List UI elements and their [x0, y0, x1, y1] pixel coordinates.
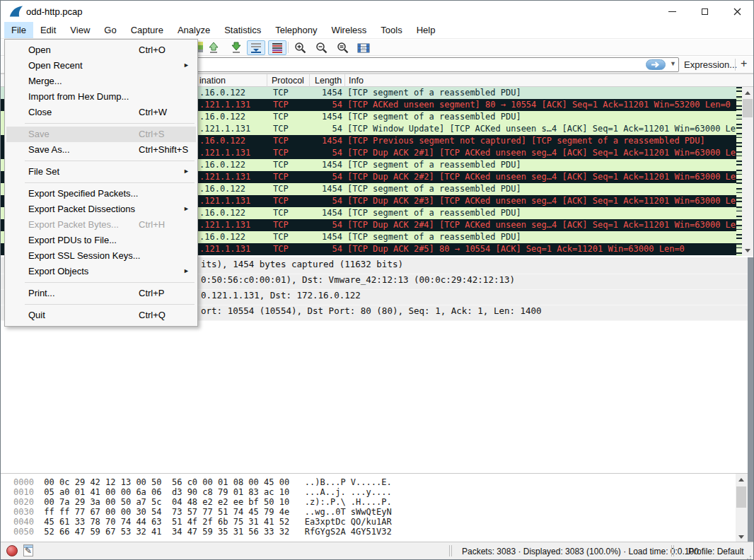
packet-cell: [TCP segment of a reassembled PDU] — [347, 112, 521, 122]
zoom-reset-icon[interactable] — [333, 40, 352, 55]
packet-cell: 54 — [310, 244, 342, 254]
packet-cell: [TCP Dup ACK 2#3] [TCP ACKed unseen seg…… — [347, 196, 751, 206]
column-header-info[interactable]: Info — [349, 76, 364, 86]
hex-bytes: 05 a0 01 41 00 00 6a 06 d3 90 c8 79 01 8… — [34, 487, 305, 497]
hex-row[interactable]: 0010 05 a0 01 41 00 00 6a 06 d3 90 c8 79… — [1, 487, 748, 497]
menu-item-file-set[interactable]: File Set► — [6, 164, 196, 180]
hex-scroll-thumb[interactable] — [736, 486, 746, 508]
menu-separator — [25, 282, 195, 283]
menu-item-save: SaveCtrl+S — [6, 127, 196, 142]
hex-row[interactable]: 0030 ff ff 77 67 00 00 30 54 73 57 77 51… — [1, 507, 748, 517]
intelligent-scrollbar-minimap[interactable] — [736, 87, 742, 256]
menu-go[interactable]: Go — [97, 22, 123, 38]
hex-bytes: 52 66 47 59 67 53 32 41 34 47 59 35 31 5… — [34, 527, 305, 537]
packet-cell: [TCP Dup ACK 2#5] 80 → 10554 [ACK] Seq=1… — [347, 244, 685, 254]
menu-item-open[interactable]: OpenCtrl+O — [6, 42, 196, 58]
capture-comment-icon[interactable]: ✎ — [23, 544, 33, 556]
hex-bytes: ff ff 77 67 00 00 30 54 73 57 77 51 74 4… — [34, 507, 305, 517]
hex-bytes: 00 7a 29 3a 00 50 a7 5c 04 48 e2 e2 ee b… — [34, 497, 305, 507]
menu-wireless[interactable]: Wireless — [324, 22, 373, 38]
hex-ascii: ...A..j. ...y.... — [305, 487, 392, 497]
maximize-button[interactable] — [688, 1, 721, 22]
packet-list-scrollbar[interactable] — [742, 87, 753, 256]
hex-row[interactable]: 0000 00 0c 29 42 12 13 00 50 56 c0 00 01… — [1, 477, 748, 487]
column-header-ination[interactable]: ination — [199, 76, 226, 86]
auto-scroll-icon[interactable] — [247, 40, 265, 55]
menu-item-export-ssl-session-keys[interactable]: Export SSL Session Keys... — [6, 248, 196, 264]
expert-info-icon[interactable] — [6, 545, 18, 556]
apply-arrow-icon — [651, 62, 661, 68]
packet-cell: TCP — [273, 148, 289, 158]
menu-capture[interactable]: Capture — [124, 22, 170, 38]
menu-item-export-packet-bytes: Export Packet Bytes...Ctrl+H — [6, 217, 196, 233]
menu-view[interactable]: View — [63, 22, 97, 38]
menu-statistics[interactable]: Statistics — [217, 22, 268, 38]
zoom-in-icon[interactable] — [291, 40, 309, 55]
resize-columns-icon[interactable] — [354, 40, 373, 55]
expression-button[interactable]: Expression... — [684, 59, 737, 70]
menu-item-label: Open Recent — [28, 60, 83, 71]
window-title: odd-http.pcap — [26, 6, 83, 17]
hex-scroll-down-icon[interactable] — [736, 531, 747, 542]
packet-cell: [TCP segment of a reassembled PDU] — [347, 160, 521, 170]
packet-cell: .16.0.122 — [199, 232, 245, 242]
menu-item-print[interactable]: Print...Ctrl+P — [6, 286, 196, 301]
minimize-icon — [668, 11, 676, 12]
zoom-out-icon[interactable] — [312, 40, 330, 55]
menu-item-label: File Set — [28, 166, 59, 177]
status-separator — [671, 545, 672, 556]
menu-item-export-packet-dissections[interactable]: Export Packet Dissections► — [6, 202, 196, 217]
menu-telephony[interactable]: Telephony — [268, 22, 324, 38]
scroll-up-icon[interactable] — [742, 87, 753, 98]
menu-item-quit[interactable]: QuitCtrl+Q — [6, 308, 196, 323]
menu-item-open-recent[interactable]: Open Recent► — [6, 58, 196, 74]
close-button[interactable] — [721, 1, 753, 22]
menu-tools[interactable]: Tools — [373, 22, 409, 38]
column-header-protocol[interactable]: Protocol — [272, 76, 304, 86]
menu-item-export-objects[interactable]: Export Objects► — [6, 264, 196, 279]
minimize-button[interactable] — [656, 1, 688, 22]
column-header-length[interactable]: Length — [315, 76, 342, 86]
hex-bytes: 00 0c 29 42 12 13 00 50 56 c0 00 01 08 0… — [34, 477, 305, 487]
go-last-packet-icon[interactable] — [227, 40, 245, 55]
wireshark-logo-icon — [9, 5, 23, 18]
filter-dropdown-caret-icon[interactable]: ▼ — [670, 60, 676, 67]
hex-row[interactable]: 0040 45 61 33 78 70 74 44 63 51 4f 2f 6b… — [1, 517, 748, 527]
menu-item-import-from-hex-dump[interactable]: Import from Hex Dump... — [6, 89, 196, 105]
scroll-down-icon[interactable] — [742, 245, 753, 256]
menu-help[interactable]: Help — [410, 22, 443, 38]
menu-file[interactable]: File — [4, 22, 33, 38]
hex-offset: 0020 — [13, 497, 34, 507]
packet-cell: 54 — [310, 124, 342, 134]
packet-cell: .16.0.122 — [199, 88, 245, 98]
packet-list-scroll-thumb[interactable] — [743, 99, 753, 117]
hex-scroll-up-icon[interactable] — [736, 474, 747, 485]
resize-grip[interactable] — [750, 556, 751, 557]
apply-filter-button[interactable] — [646, 59, 666, 70]
menu-item-close[interactable]: CloseCtrl+W — [6, 105, 196, 120]
hex-pane-scrollbar[interactable] — [736, 474, 748, 542]
menu-item-export-specified-packets[interactable]: Export Specified Packets... — [6, 186, 196, 202]
menu-item-label: Merge... — [28, 76, 62, 86]
menu-analyze[interactable]: Analyze — [170, 22, 217, 38]
hex-ascii: ..)B...P V.....E. — [305, 477, 392, 487]
packet-cell: .16.0.122 — [199, 184, 245, 194]
packet-cell: TCP — [273, 244, 289, 254]
hex-row[interactable]: 0050 52 66 47 59 67 53 32 41 34 47 59 35… — [1, 527, 748, 537]
profile-label[interactable]: Profile: Default — [688, 547, 744, 556]
colorize-icon[interactable] — [268, 40, 286, 55]
menu-edit[interactable]: Edit — [33, 22, 63, 38]
menu-item-label: Quit — [28, 310, 45, 320]
menu-item-save-as[interactable]: Save As...Ctrl+Shift+S — [6, 142, 196, 158]
menu-item-merge[interactable]: Merge... — [6, 74, 196, 89]
go-first-packet-icon[interactable] — [204, 40, 223, 55]
hex-ascii: .z):.P.\ .H....P. — [305, 497, 392, 507]
menu-item-label: Open — [28, 45, 51, 55]
add-filter-button[interactable]: + — [741, 57, 747, 70]
title-bar: odd-http.pcap — [1, 1, 753, 22]
packet-cell: [TCP ACKed unseen segment] 80 → 10554 [A… — [347, 100, 731, 110]
hex-row[interactable]: 0020 00 7a 29 3a 00 50 a7 5c 04 48 e2 e2… — [1, 497, 748, 507]
menu-item-export-pdus-to-file[interactable]: Export PDUs to File... — [6, 233, 196, 248]
capture-statistics: Packets: 3083 · Displayed: 3083 (100.0%)… — [462, 547, 699, 556]
menu-item-label: Export Packet Bytes... — [28, 219, 119, 230]
